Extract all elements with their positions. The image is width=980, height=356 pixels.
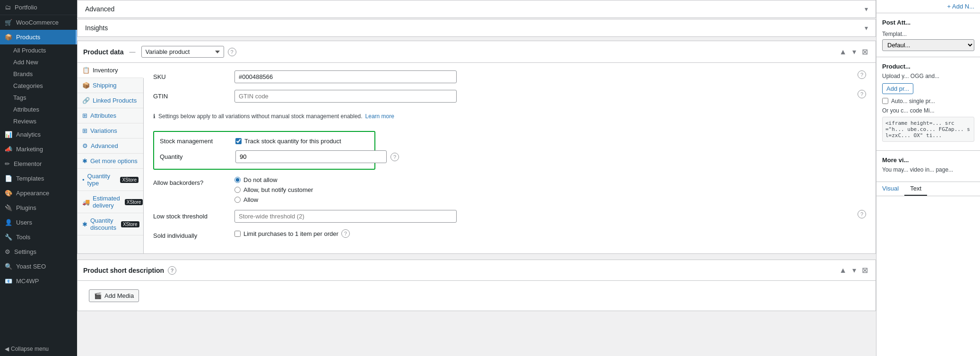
short-desc-minimize-btn[interactable]: ⊠ <box>860 265 870 276</box>
sidebar-item-analytics[interactable]: 📊 Analytics <box>0 127 77 142</box>
track-stock-checkbox-row: Track stock quantity for this product <box>235 138 341 145</box>
tab-shipping[interactable]: 📦 Shipping <box>78 78 143 93</box>
tab-estimated-delivery[interactable]: 🚚 Estimated delivery XStore <box>78 191 143 213</box>
elementor-icon: ✏ <box>5 160 10 167</box>
collapse-menu[interactable]: ◀ Collapse menu <box>0 342 77 356</box>
product-data-title: Product data <box>83 48 124 56</box>
stock-management-label: Stock management <box>160 138 230 145</box>
sku-input[interactable] <box>234 70 457 83</box>
learn-more-link[interactable]: Learn more <box>365 113 394 120</box>
sidebar-item-mc4wp[interactable]: 📧 MC4WP <box>0 274 77 288</box>
tab-text[interactable]: Text <box>904 182 927 196</box>
tab-quantity-discounts[interactable]: ✱ Quantity discounts XStore <box>78 213 143 235</box>
auto-checkbox-row: Auto... single pr... <box>882 98 974 104</box>
tab-linked-products[interactable]: 🔗 Linked Products <box>78 93 143 108</box>
backorder-allow-row: Allow <box>234 196 866 203</box>
insights-section-header[interactable]: Insights ▾ <box>78 19 876 36</box>
more-video-panel: More vi... You may... video in... page..… <box>876 151 980 182</box>
sidebar-item-woocommerce[interactable]: 🛒 WooCommerce <box>0 15 77 30</box>
sold-individually-checkbox[interactable] <box>234 231 241 237</box>
tab-quantity-type[interactable]: • Quantity type XStore <box>78 169 143 191</box>
sidebar-sub-brands[interactable]: Brands <box>0 68 77 80</box>
settings-notice: ℹ Settings below apply to all variations… <box>153 109 866 123</box>
sidebar-item-marketing[interactable]: 📣 Marketing <box>0 142 77 156</box>
product-data-minimize[interactable]: ⊠ <box>860 46 870 57</box>
stock-management-row: Stock management Track stock quantity fo… <box>160 138 369 145</box>
sidebar-item-yoast[interactable]: 🔍 Yoast SEO <box>0 259 77 274</box>
advanced-section-label: Advanced <box>85 5 114 13</box>
sold-individually-field: Limit purchases to 1 item per order ? <box>234 229 866 238</box>
short-desc-down-btn[interactable]: ▾ <box>850 265 858 276</box>
product-type-help-icon[interactable]: ? <box>228 48 236 56</box>
attributes-tab-label: Attributes <box>90 112 116 119</box>
content-area: Advanced ▾ Insights ▾ Product data — Sim… <box>77 0 876 356</box>
add-new-link[interactable]: + Add N... <box>947 3 974 10</box>
advanced-tab-label: Advanced <box>91 142 118 149</box>
tab-bar: Visual Text <box>876 182 980 196</box>
sidebar-sub-categories[interactable]: Categories <box>0 80 77 92</box>
attributes-label: Attributes <box>13 106 39 113</box>
low-stock-input[interactable] <box>234 210 457 223</box>
qty-discounts-badge: XStore <box>121 221 139 227</box>
collapse-arrow-icon: ◀ <box>5 346 9 352</box>
sidebar-sub-reviews[interactable]: Reviews <box>0 115 77 127</box>
gtin-help-icon[interactable]: ? <box>858 90 866 98</box>
templates-icon: 📄 <box>5 175 12 182</box>
analytics-label: Analytics <box>16 131 41 138</box>
users-icon: 👤 <box>5 219 12 226</box>
template-label: Templat... <box>882 31 974 37</box>
insights-chevron-icon: ▾ <box>865 24 868 32</box>
sidebar-sub-add-new[interactable]: Add New <box>0 56 77 68</box>
sku-help-icon[interactable]: ? <box>858 70 866 79</box>
sidebar-item-elementor[interactable]: ✏ Elementor <box>0 156 77 171</box>
auto-single-label: Auto... single pr... <box>891 98 935 104</box>
product-type-select[interactable]: Simple productVariable productGrouped pr… <box>141 46 224 58</box>
sold-individually-help-icon[interactable]: ? <box>341 229 350 238</box>
tab-get-more-options[interactable]: ✱ Get more options <box>78 154 143 169</box>
settings-notice-text: Settings below apply to all variations w… <box>158 113 363 120</box>
add-product-image-button[interactable]: Add pr... <box>882 83 913 94</box>
quantity-type-tab-icon: • <box>82 176 85 183</box>
sku-field <box>234 70 852 83</box>
add-media-button[interactable]: 🎬 Add Media <box>89 289 139 302</box>
tab-inventory[interactable]: 📋 Inventory <box>78 63 144 78</box>
sidebar-item-plugins[interactable]: 🔌 Plugins <box>0 200 77 215</box>
sidebar-item-settings[interactable]: ⚙ Settings <box>0 244 77 259</box>
sidebar-sub-all-products[interactable]: All Products <box>0 44 77 56</box>
variations-tab-label: Variations <box>90 127 117 134</box>
yoast-label: Yoast SEO <box>16 263 46 270</box>
analytics-icon: 📊 <box>5 131 12 138</box>
sidebar-sub-tags[interactable]: Tags <box>0 92 77 104</box>
post-attributes-panel: Post Att... Templat... Defaul... <box>876 13 980 57</box>
sidebar-item-templates[interactable]: 📄 Templates <box>0 171 77 186</box>
backorder-allow-radio[interactable] <box>234 197 241 203</box>
auto-single-checkbox[interactable] <box>882 98 888 104</box>
tab-advanced[interactable]: ⚙ Advanced <box>78 139 143 154</box>
product-data-collapse-up[interactable]: ▲ <box>837 46 849 57</box>
sidebar-item-products[interactable]: 📦 Products <box>0 30 77 44</box>
track-stock-checkbox[interactable] <box>235 138 242 144</box>
low-stock-help-icon[interactable]: ? <box>858 210 866 218</box>
tab-visual[interactable]: Visual <box>876 182 904 196</box>
portfolio-label: Portfolio <box>15 4 37 11</box>
backorder-do-not-allow-radio[interactable] <box>234 177 241 183</box>
gtin-input[interactable] <box>234 90 457 103</box>
tab-attributes[interactable]: ⊞ Attributes <box>78 108 143 123</box>
short-desc-up-btn[interactable]: ▲ <box>837 265 849 276</box>
quantity-help-icon[interactable]: ? <box>390 153 399 161</box>
backorder-allow-notify-radio[interactable] <box>234 187 241 193</box>
quantity-input[interactable] <box>235 150 387 163</box>
sidebar-item-appearance[interactable]: 🎨 Appearance <box>0 186 77 200</box>
sidebar-item-users[interactable]: 👤 Users <box>0 215 77 230</box>
short-desc-help-icon[interactable]: ? <box>168 266 176 275</box>
marketing-icon: 📣 <box>5 146 12 153</box>
portfolio-item[interactable]: 🗂 Portfolio <box>0 0 77 15</box>
sidebar-sub-attributes[interactable]: Attributes <box>0 104 77 115</box>
sidebar-item-tools[interactable]: 🔧 Tools <box>0 230 77 244</box>
gtin-field <box>234 90 852 103</box>
tab-variations[interactable]: ⊞ Variations <box>78 123 143 139</box>
attributes-tab-icon: ⊞ <box>82 112 87 119</box>
advanced-section-header[interactable]: Advanced ▾ <box>78 0 876 17</box>
product-data-collapse-down[interactable]: ▾ <box>850 46 858 57</box>
template-select[interactable]: Defaul... <box>882 39 974 51</box>
